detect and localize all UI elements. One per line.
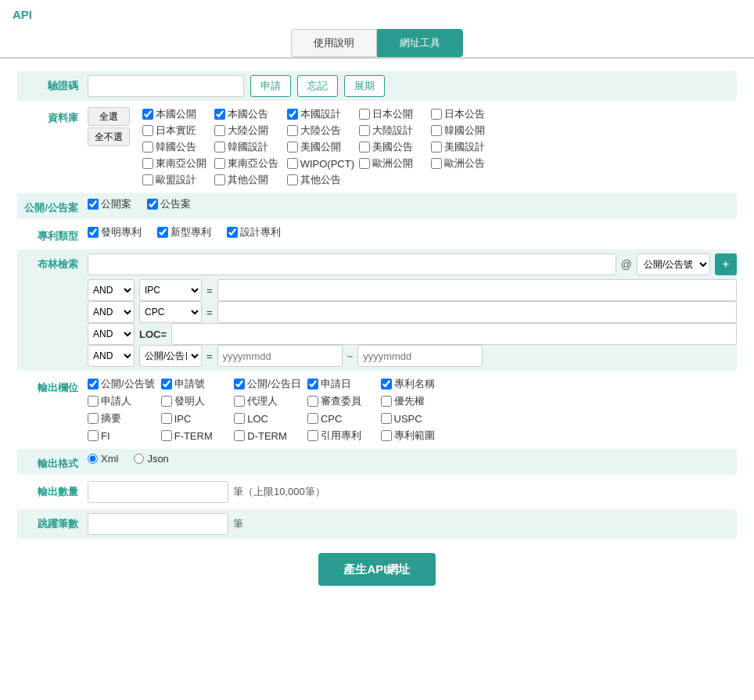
patent-type-checkbox-design[interactable] [227,227,238,238]
output-checkbox-scope[interactable] [381,430,392,441]
date-from-input[interactable] [217,345,343,367]
output-checkbox-inventor[interactable] [161,396,172,407]
output-checkbox-ipc[interactable] [161,413,172,424]
output-checkbox-applicant[interactable] [88,396,99,407]
db-label-ep_pub: 歐洲公開 [372,156,413,171]
output-checkbox-cpc[interactable] [307,413,318,424]
bool-field-select-main[interactable]: 公開/公告號申請號名稱摘要IPCCPC [637,253,710,275]
output-checkbox-title[interactable] [381,379,392,389]
list-item: USPC [381,411,448,425]
apply-button[interactable]: 申請 [250,75,291,97]
db-checkbox-us_pub[interactable] [287,142,298,153]
select-all-button[interactable]: 全選 [88,107,130,126]
db-checkbox-tw_des[interactable] [287,109,298,120]
pub-ann-checkbox-ann_case[interactable] [147,199,158,210]
list-item: 引用專利 [307,429,375,443]
output-checkbox-pub_date[interactable] [234,379,245,389]
skip-count-suffix: 筆 [233,517,243,531]
bool-main-input[interactable] [88,253,616,275]
list-item: 公開/公告日 [234,377,301,391]
db-checkbox-kr_ann[interactable] [142,142,153,153]
output-checkbox-uspc[interactable] [381,413,392,424]
auth-input[interactable] [88,75,244,97]
list-item: 大陸公開 [214,124,282,138]
output-checkbox-app_date[interactable] [307,379,318,389]
db-checkbox-eu_des[interactable] [142,174,153,185]
date-to-input[interactable] [357,345,483,367]
generate-api-url-button[interactable]: 產生API網址 [318,553,435,586]
db-checkbox-kr_des[interactable] [214,142,225,153]
db-checkbox-tw_pub[interactable] [142,109,153,120]
output-checkbox-fi[interactable] [88,430,99,441]
db-checkbox-oth_ann[interactable] [287,174,298,185]
output-checkbox-priority_right[interactable] [381,396,392,407]
db-label-cn_pub: 大陸公開 [228,124,268,138]
output-checkbox-pub_no[interactable] [88,379,99,389]
list-item: LOC [234,411,301,425]
bool-value-input-0[interactable] [217,279,737,301]
bool-field-select-0[interactable]: IPCCPC申請號名稱 [139,279,202,301]
output-checkbox-loc[interactable] [234,413,245,424]
pub-ann-checkbox-pub_case[interactable] [88,199,99,210]
output-checkbox-dterm[interactable] [234,430,245,441]
list-item: 其他公告 [287,173,354,187]
db-label-tw_ann: 本國公告 [228,107,268,121]
db-checkbox-jp_util[interactable] [142,125,153,136]
bool-search-label: 布林檢索 [17,253,88,271]
output-checkbox-examiner[interactable] [307,396,318,407]
db-checkbox-jp_ann[interactable] [431,109,442,120]
output-checkbox-cite[interactable] [307,430,318,441]
format-radio-xml[interactable] [88,454,98,464]
list-item: 大陸公告 [287,124,354,138]
db-checkbox-sea_ann[interactable] [214,158,225,169]
output-checkbox-abstract[interactable] [88,413,99,424]
bool-field-select-1[interactable]: CPCIPC申請號名稱 [139,301,202,323]
patent-type-checkbox-invention[interactable] [88,227,99,238]
db-checkbox-tw_ann[interactable] [214,109,225,120]
db-checkbox-jp_pub[interactable] [359,109,370,120]
skip-count-input[interactable] [88,513,228,535]
db-checkbox-sea_pub[interactable] [142,158,153,169]
bool-date-field-select-3[interactable]: 公開/公告日申請日優先日 [139,345,202,367]
list-item: IPC [161,411,228,425]
patent-type-checkbox-utility[interactable] [157,227,168,238]
add-condition-button[interactable]: + [715,253,737,275]
list-item: 韓國公告 [142,140,210,154]
db-checkbox-ep_ann[interactable] [431,158,442,169]
output-checkbox-fterm[interactable] [161,430,172,441]
db-checkbox-ep_pub[interactable] [359,158,370,169]
extend-button[interactable]: 展期 [344,75,385,97]
bool-and-select-3[interactable]: ANDORNOT [88,345,135,367]
list-item: 設計專利 [227,225,281,239]
format-radio-json[interactable] [134,454,144,464]
bool-and-select-1[interactable]: ANDORNOT [88,301,135,323]
db-checkbox-us_ann[interactable] [359,142,370,153]
db-label-tw_des: 本國設計 [300,107,341,121]
date-tilde: ~ [347,350,354,362]
bool-and-select-2[interactable]: ANDORNOT [88,323,135,345]
db-checkbox-wipo[interactable] [287,158,298,169]
tab-url-tool[interactable]: 網址工具 [377,29,463,57]
db-checkbox-cn_des[interactable] [359,125,370,136]
forgot-button[interactable]: 忘記 [297,75,338,97]
bool-sub-row: ANDORNOT公開/公告日申請日優先日=~ [88,345,737,367]
db-label-eu_des: 歐盟設計 [156,173,196,187]
list-item: 歐洲公告 [431,156,498,171]
list-item: 專利名稱 [381,377,448,391]
db-checkbox-cn_ann[interactable] [287,125,298,136]
db-label-kr_ann: 韓國公告 [156,140,196,154]
db-checkbox-us_des[interactable] [431,142,442,153]
output-checkbox-agent[interactable] [234,396,245,407]
db-checkbox-cn_pub[interactable] [214,125,225,136]
bool-and-select-0[interactable]: ANDORNOT [88,279,135,301]
list-item: 代理人 [234,394,301,408]
db-checkbox-oth_pub[interactable] [214,174,225,185]
loc-input[interactable] [171,323,737,345]
select-none-button[interactable]: 全不選 [88,127,130,146]
tab-usage[interactable]: 使用說明 [291,29,377,57]
output-qty-input[interactable] [88,481,228,503]
output-checkbox-app_no[interactable] [161,379,172,389]
bool-value-input-1[interactable] [217,301,737,323]
db-label-us_des: 美國設計 [444,140,485,154]
db-checkbox-kr_pub[interactable] [431,125,442,136]
